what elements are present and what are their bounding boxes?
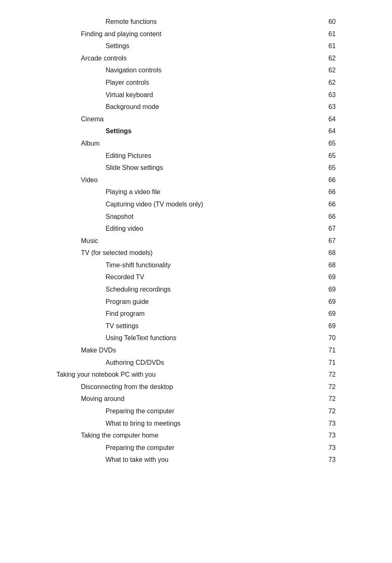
toc-entry-page: 72 — [319, 406, 336, 417]
toc-entry-title: Disconnecting from the desktop — [56, 382, 319, 392]
toc-entry-page: 63 — [319, 90, 336, 100]
toc-entry: What to take with you73 — [56, 454, 336, 465]
toc-entry-title: Settings — [56, 126, 319, 137]
toc-entry-page: 65 — [319, 162, 336, 173]
toc-entry: Video66 — [56, 175, 336, 185]
toc-entry: Authoring CD/DVDs71 — [56, 357, 336, 368]
toc-entry: Navigation controls62 — [56, 65, 336, 76]
toc-entry-title: Background mode — [56, 102, 319, 112]
toc-entry-page: 64 — [319, 126, 336, 137]
toc-entry-title: TV (for selected models) — [56, 248, 319, 258]
toc-entry: Player controls62 — [56, 77, 336, 88]
toc-entry-page: 60 — [319, 16, 336, 27]
toc-entry-page: 61 — [319, 41, 336, 51]
toc-entry-title: What to bring to meetings — [56, 418, 319, 429]
toc-entry: Remote functions60 — [56, 16, 336, 27]
toc-entry: Music67 — [56, 236, 336, 246]
toc-entry: Program guide69 — [56, 297, 336, 307]
toc-entry: Make DVDs71 — [56, 345, 336, 356]
toc-entry-title: Recorded TV — [56, 272, 319, 283]
toc-entry-title: Playing a video file — [56, 187, 319, 197]
toc-entry-page: 72 — [319, 394, 336, 404]
toc-entry-title: Time-shift functionality — [56, 260, 319, 271]
toc-entry-page: 73 — [319, 430, 336, 441]
toc-entry: Virtual keyboard63 — [56, 90, 336, 100]
toc-entry-page: 66 — [319, 199, 336, 210]
toc-entry: TV (for selected models)68 — [56, 248, 336, 258]
toc-entry-page: 69 — [319, 284, 336, 295]
toc-entry-title: Music — [56, 236, 319, 246]
toc-entry-page: 66 — [319, 211, 336, 222]
toc-entry-title: Settings — [56, 41, 319, 51]
toc-entry: Playing a video file66 — [56, 187, 336, 197]
toc-entry-title: Editing video — [56, 223, 319, 234]
toc-entry-page: 73 — [319, 418, 336, 429]
toc-entry-title: Make DVDs — [56, 345, 319, 356]
toc-entry-page: 65 — [319, 138, 336, 149]
toc-entry-page: 69 — [319, 297, 336, 307]
table-of-contents: Remote functions60Finding and playing co… — [56, 16, 336, 467]
toc-entry: Arcade controls62 — [56, 53, 336, 64]
toc-entry: Taking your notebook PC with you72 — [56, 369, 336, 380]
toc-entry-title: Snapshot — [56, 211, 319, 222]
toc-entry-title: Editing Pictures — [56, 151, 319, 161]
toc-entry-page: 72 — [319, 369, 336, 380]
toc-entry-title: Slide Show settings — [56, 162, 319, 173]
toc-entry-page: 64 — [319, 114, 336, 125]
toc-entry-page: 66 — [319, 187, 336, 197]
toc-entry: Background mode63 — [56, 102, 336, 112]
toc-entry: Preparing the computer72 — [56, 406, 336, 417]
toc-entry: Time-shift functionality68 — [56, 260, 336, 271]
toc-entry-page: 62 — [319, 53, 336, 64]
toc-entry: Using TeleText functions70 — [56, 333, 336, 343]
toc-entry: What to bring to meetings73 — [56, 418, 336, 429]
toc-entry-title: Finding and playing content — [56, 29, 319, 39]
toc-entry-title: Scheduling recordings — [56, 284, 319, 295]
toc-entry-page: 68 — [319, 260, 336, 271]
toc-entry-page: 69 — [319, 321, 336, 331]
toc-entry: Finding and playing content61 — [56, 29, 336, 39]
toc-entry: Find program69 — [56, 308, 336, 319]
toc-entry: TV settings69 — [56, 321, 336, 331]
toc-entry: Taking the computer home73 — [56, 430, 336, 441]
toc-entry: Preparing the computer73 — [56, 443, 336, 453]
toc-entry-title: Preparing the computer — [56, 443, 319, 453]
toc-entry-title: Taking your notebook PC with you — [56, 369, 319, 380]
toc-entry-title: Album — [56, 138, 319, 149]
toc-entry: Slide Show settings65 — [56, 162, 336, 173]
toc-entry: Editing video67 — [56, 223, 336, 234]
toc-entry-title: Using TeleText functions — [56, 333, 319, 343]
toc-entry: Moving around72 — [56, 394, 336, 404]
toc-entry: Capturing video (TV models only)66 — [56, 199, 336, 210]
toc-entry-page: 62 — [319, 65, 336, 76]
toc-entry-title: Player controls — [56, 77, 319, 88]
toc-entry: Cinema64 — [56, 114, 336, 125]
toc-entry-page: 72 — [319, 382, 336, 392]
toc-entry-title: Video — [56, 175, 319, 185]
toc-entry-page: 67 — [319, 236, 336, 246]
toc-entry-page: 65 — [319, 151, 336, 161]
toc-entry-title: Preparing the computer — [56, 406, 319, 417]
toc-entry-page: 71 — [319, 345, 336, 356]
toc-entry-page: 70 — [319, 333, 336, 343]
toc-entry-title: Arcade controls — [56, 53, 319, 64]
toc-entry-page: 69 — [319, 308, 336, 319]
toc-entry-page: 68 — [319, 248, 336, 258]
toc-entry-page: 62 — [319, 77, 336, 88]
toc-entry: Scheduling recordings69 — [56, 284, 336, 295]
toc-entry-page: 61 — [319, 29, 336, 39]
toc-entry-page: 66 — [319, 175, 336, 185]
toc-entry: Settings61 — [56, 41, 336, 51]
toc-entry-title: Find program — [56, 308, 319, 319]
toc-entry: Editing Pictures65 — [56, 151, 336, 161]
toc-entry-title: Virtual keyboard — [56, 90, 319, 100]
toc-entry: Recorded TV69 — [56, 272, 336, 283]
toc-entry-page: 73 — [319, 443, 336, 453]
toc-entry-title: Remote functions — [56, 16, 319, 27]
toc-entry-title: Authoring CD/DVDs — [56, 357, 319, 368]
toc-entry-title: TV settings — [56, 321, 319, 331]
toc-entry-page: 69 — [319, 272, 336, 283]
toc-entry-title: What to take with you — [56, 454, 319, 465]
toc-entry-page: 73 — [319, 454, 336, 465]
toc-entry-page: 67 — [319, 223, 336, 234]
